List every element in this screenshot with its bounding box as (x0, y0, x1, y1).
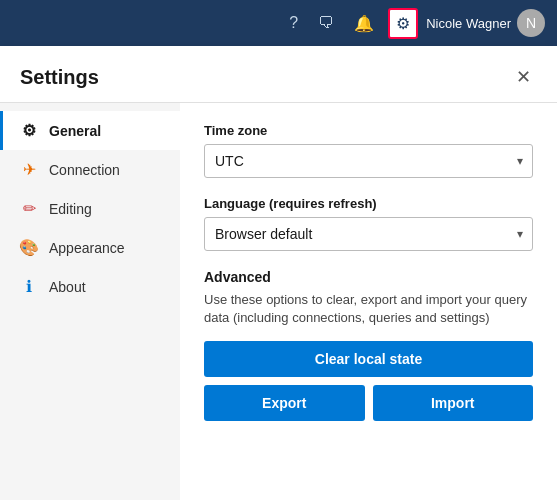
user-profile[interactable]: Nicole Wagner N (426, 9, 545, 37)
general-icon: ⚙ (19, 121, 39, 140)
settings-body: ⚙ General ✈ Connection ✏ Editing 🎨 Appea… (0, 103, 557, 500)
help-icon[interactable]: ? (283, 10, 304, 36)
avatar-initial: N (526, 15, 536, 31)
export-button[interactable]: Export (204, 385, 365, 421)
sidebar-item-editing[interactable]: ✏ Editing (0, 189, 180, 228)
advanced-title: Advanced (204, 269, 533, 285)
sidebar-label-about: About (49, 279, 86, 295)
appearance-icon: 🎨 (19, 238, 39, 257)
timezone-label: Time zone (204, 123, 533, 138)
sidebar-label-appearance: Appearance (49, 240, 125, 256)
language-select[interactable]: Browser default (204, 217, 533, 251)
settings-nav: ⚙ General ✈ Connection ✏ Editing 🎨 Appea… (0, 103, 180, 500)
sidebar-item-appearance[interactable]: 🎨 Appearance (0, 228, 180, 267)
timezone-select-wrapper: UTC ▾ (204, 144, 533, 178)
export-import-row: Export Import (204, 385, 533, 421)
close-button[interactable]: ✕ (510, 64, 537, 90)
avatar: N (517, 9, 545, 37)
chat-icon[interactable]: 🗨 (312, 10, 340, 36)
settings-content: Time zone UTC ▾ Language (requires refre… (180, 103, 557, 500)
sidebar-item-connection[interactable]: ✈ Connection (0, 150, 180, 189)
language-label: Language (requires refresh) (204, 196, 533, 211)
settings-icon[interactable]: ⚙ (388, 8, 418, 39)
language-select-wrapper: Browser default ▾ (204, 217, 533, 251)
import-button[interactable]: Import (373, 385, 534, 421)
advanced-description: Use these options to clear, export and i… (204, 291, 533, 327)
editing-icon: ✏ (19, 199, 39, 218)
clear-local-state-button[interactable]: Clear local state (204, 341, 533, 377)
user-name: Nicole Wagner (426, 16, 511, 31)
settings-header: Settings ✕ (0, 46, 557, 103)
settings-panel: Settings ✕ ⚙ General ✈ Connection ✏ Edit… (0, 46, 557, 500)
sidebar-label-connection: Connection (49, 162, 120, 178)
sidebar-item-about[interactable]: ℹ About (0, 267, 180, 306)
sidebar-label-editing: Editing (49, 201, 92, 217)
sidebar-label-general: General (49, 123, 101, 139)
topbar: ? 🗨 🔔 ⚙ Nicole Wagner N (0, 0, 557, 46)
timezone-select[interactable]: UTC (204, 144, 533, 178)
notify-icon[interactable]: 🔔 (348, 10, 380, 37)
connection-icon: ✈ (19, 160, 39, 179)
about-icon: ℹ (19, 277, 39, 296)
sidebar-item-general[interactable]: ⚙ General (0, 111, 180, 150)
settings-title: Settings (20, 66, 99, 89)
